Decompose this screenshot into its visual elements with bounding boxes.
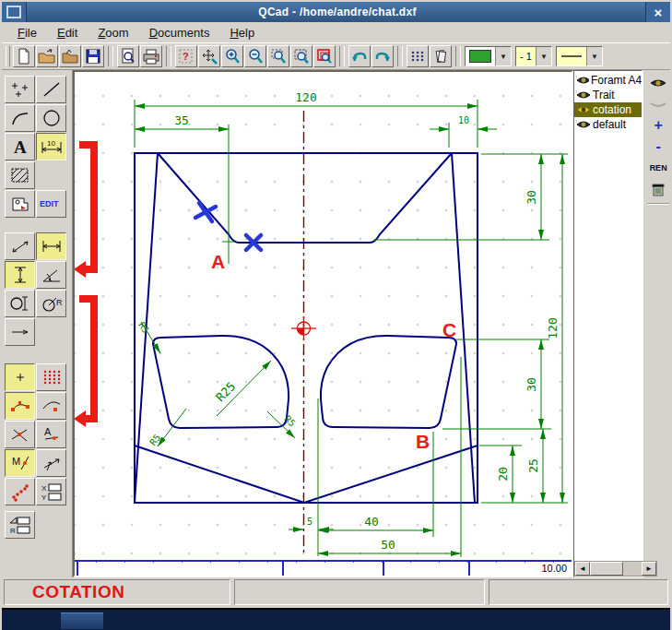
toolbar-separator (455, 46, 461, 66)
floppy-disk-icon (85, 48, 101, 65)
zoom-window-button[interactable] (267, 45, 289, 67)
layer-panel: Foramt A4 Trait cotation default + (573, 70, 672, 577)
ruler-tick (468, 562, 470, 576)
snap-restrict-icon (40, 453, 64, 473)
circle-tool-button[interactable] (36, 104, 66, 132)
hide-all-layers-button[interactable] (648, 97, 668, 112)
layer-list[interactable]: Foramt A4 Trait cotation default (573, 70, 643, 577)
redo-button[interactable] (371, 45, 394, 67)
hatch-tool-button[interactable] (5, 161, 35, 189)
pan-zoom-button[interactable] (198, 45, 220, 67)
snap-restrict-button[interactable] (36, 449, 66, 477)
close-button[interactable]: × (645, 2, 670, 22)
snap-intersection-button[interactable] (5, 421, 35, 448)
scrollbar-thumb[interactable] (590, 562, 623, 576)
line-tool-icon (40, 79, 64, 100)
zoom-out-button[interactable] (244, 45, 266, 67)
eye-icon[interactable] (576, 75, 589, 86)
draft-toggle-button[interactable] (430, 45, 452, 67)
snap-distance-button[interactable] (5, 478, 35, 505)
title-bar[interactable]: QCad - /home/andre/chat.dxf × (2, 2, 670, 22)
edit-mode-button[interactable]: EDIT (36, 190, 66, 218)
grid-toggle-button[interactable] (407, 45, 429, 67)
leader-arrow-button[interactable] (5, 318, 35, 346)
dim-horizontal-button[interactable] (36, 232, 66, 260)
scroll-right-button[interactable]: ► (642, 562, 656, 576)
import-button[interactable] (59, 45, 81, 67)
label-a: A (211, 251, 225, 272)
arc-tool-button[interactable] (5, 104, 35, 132)
dim-angular-button[interactable] (36, 261, 66, 289)
line-style-select[interactable]: ▼ (556, 46, 603, 66)
show-all-layers-button[interactable] (648, 76, 668, 90)
dim-diameter-button[interactable] (5, 290, 35, 317)
drawing-area[interactable]: 120 35 10 30 120 30 25 20 5 40 50 R5 R5 … (75, 72, 572, 560)
layer-row-default[interactable]: default (574, 117, 642, 132)
layer-name: Trait (593, 89, 615, 101)
taskbar-button[interactable] (61, 612, 103, 629)
folder-up-icon (61, 48, 79, 65)
svg-text:?: ? (183, 51, 189, 62)
snap-grid-button[interactable] (36, 363, 66, 391)
coord-polar-button[interactable]: R (5, 511, 35, 539)
ruler-tick (383, 562, 384, 576)
zoom-auto-button[interactable] (290, 45, 312, 67)
toolbar-separator (397, 46, 403, 66)
printer-icon (142, 48, 160, 65)
snap-endpoint-button[interactable] (5, 392, 35, 420)
snap-intersection-icon (8, 424, 32, 445)
dim-vertical-button[interactable] (5, 261, 35, 289)
open-file-button[interactable] (36, 45, 58, 67)
dim-aligned-button[interactable] (5, 232, 35, 260)
print-button[interactable] (140, 45, 162, 67)
ruler-tick (282, 562, 284, 576)
snap-distance-icon (8, 481, 32, 502)
drawing-canvas[interactable]: 120 35 10 30 120 30 25 20 5 40 50 R5 R5 … (73, 70, 573, 577)
shape-edit-tool-button[interactable] (5, 190, 35, 218)
color-select[interactable]: ▼ (465, 46, 512, 66)
eye-icon[interactable] (576, 89, 591, 101)
line-tool-button[interactable] (36, 76, 66, 103)
redraw-button[interactable]: ? (175, 45, 197, 67)
snap-auto-button[interactable]: A (36, 421, 66, 448)
rename-layer-button[interactable]: REN (648, 160, 668, 175)
toolbar-grip[interactable] (6, 46, 10, 66)
menu-edit[interactable]: Edit (49, 24, 86, 42)
layer-list-hscrollbar[interactable]: ◄ ► (574, 561, 657, 577)
menu-documents[interactable]: Documents (141, 24, 218, 42)
delete-layer-button[interactable] (648, 182, 668, 196)
dim-radius-button[interactable]: R (36, 290, 66, 317)
dim-10: 10 (458, 115, 469, 125)
layer-row-format[interactable]: Foramt A4 (574, 73, 642, 88)
snap-grid-icon (40, 367, 64, 387)
layer-row-trait[interactable]: Trait (574, 88, 642, 102)
undo-button[interactable] (348, 45, 371, 67)
print-preview-button[interactable] (117, 45, 139, 67)
point-tool-button[interactable] (5, 76, 35, 103)
add-layer-button[interactable]: + (648, 118, 668, 133)
toolbar-separator (108, 46, 113, 66)
coord-xy-button[interactable]: XY (36, 478, 66, 505)
new-file-button[interactable] (13, 45, 35, 67)
remove-layer-button[interactable]: - (648, 139, 668, 154)
scroll-left-button[interactable]: ◄ (575, 562, 590, 576)
layer-name: Foramt A4 (591, 74, 642, 87)
save-button[interactable] (82, 45, 104, 67)
snap-free-button[interactable] (5, 363, 35, 391)
system-menu-button[interactable] (2, 2, 27, 22)
snap-entity-button[interactable] (36, 392, 66, 420)
line-width-select[interactable]: - 1▼ (515, 46, 552, 66)
status-bar: COTATION (2, 577, 670, 608)
eye-icon[interactable] (576, 104, 591, 115)
eye-icon[interactable] (576, 119, 591, 130)
layer-row-cotation[interactable]: cotation (574, 102, 642, 117)
text-tool-button[interactable]: A (5, 133, 35, 160)
menu-file[interactable]: File (9, 24, 45, 42)
zoom-previous-button[interactable] (313, 45, 336, 67)
dimension-tool-button[interactable]: 10 (36, 133, 66, 160)
menu-zoom[interactable]: Zoom (89, 24, 136, 42)
dim-120-right: 120 (546, 317, 560, 339)
zoom-in-button[interactable] (221, 45, 243, 67)
snap-middle-button[interactable]: M (5, 449, 35, 477)
menu-help[interactable]: Help (221, 24, 263, 42)
